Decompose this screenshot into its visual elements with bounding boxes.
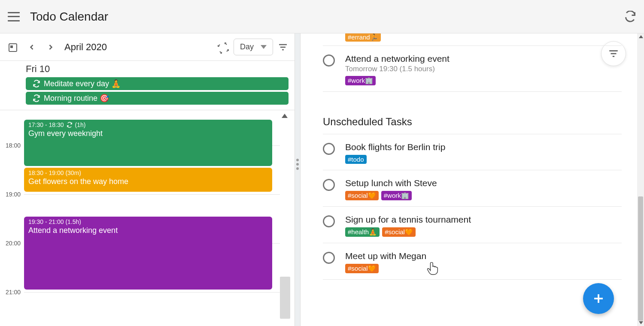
- scroll-up-icon[interactable]: [282, 114, 288, 118]
- event-title: Morning routine 🎯: [44, 94, 109, 103]
- event-title: Gym every weeknight: [28, 129, 268, 138]
- content: April 2020 Day Fri 10: [0, 33, 644, 326]
- task-tags: #errand🏃: [345, 33, 622, 41]
- task-title: Sign up for a tennis tournament: [345, 214, 622, 225]
- menu-icon[interactable]: [8, 11, 20, 23]
- task-item[interactable]: Attend a networking eventTomorrow 19:30 …: [323, 46, 622, 92]
- time-label: 18:00: [6, 142, 21, 149]
- month-label: April 2020: [64, 42, 107, 53]
- calendar-picker-icon[interactable]: [5, 39, 21, 55]
- task-checkbox[interactable]: [323, 54, 335, 66]
- task-item[interactable]: Meet up with Megan#social🧡: [323, 243, 622, 280]
- pane-splitter[interactable]: [295, 33, 301, 326]
- task-tag[interactable]: #todo: [345, 155, 367, 164]
- task-checkbox[interactable]: [323, 143, 335, 155]
- recurring-icon: [67, 122, 73, 128]
- event-title: Attend a networking event: [28, 226, 268, 235]
- task-subtitle: Tomorrow 19:30 (1.5 hours): [345, 65, 622, 73]
- time-label: 19:00: [6, 191, 21, 198]
- task-tag[interactable]: #social🧡: [345, 191, 379, 200]
- calendar-pane: April 2020 Day Fri 10: [0, 33, 295, 326]
- calendar-filter-icon[interactable]: [276, 41, 289, 54]
- svg-rect-1: [10, 45, 13, 48]
- task-item[interactable]: Setup lunch with Steve#social🧡#work🏢: [323, 170, 622, 207]
- task-tag[interactable]: #work🏢: [381, 191, 412, 200]
- task-title: Book flights for Berlin trip: [345, 142, 622, 152]
- task-tag[interactable]: #work🏢: [345, 76, 376, 85]
- task-tags: #todo: [345, 155, 622, 164]
- day-header: Fri 10 Meditate every day 🧘Morning routi…: [0, 61, 295, 110]
- drag-handle-icon: [296, 159, 299, 170]
- recurring-icon: [33, 94, 40, 102]
- task-item[interactable]: Sign up for a tennis tournament#health🧘#…: [323, 207, 622, 243]
- event-time: 19:30 - 21:00 (1.5h): [28, 218, 268, 225]
- task-tag[interactable]: #errand🏃: [345, 33, 381, 42]
- prev-button[interactable]: [24, 39, 39, 55]
- calendar-event[interactable]: 18:30 - 19:00 (30m) Get flowers on the w…: [24, 168, 272, 192]
- task-item[interactable]: Book flights for Berlin trip#todo: [323, 134, 622, 170]
- app-title: Todo Calendar: [30, 10, 108, 24]
- task-title: Meet up with Megan: [345, 251, 622, 261]
- task-tag[interactable]: #social🧡: [345, 264, 379, 273]
- calendar-timegrid[interactable]: 18:0019:0020:0021:00 17:30 - 18:30 (1h)G…: [0, 110, 295, 326]
- task-checkbox[interactable]: [323, 252, 335, 264]
- next-button[interactable]: [43, 39, 58, 55]
- tasks-pane: #errand🏃 Attend a networking eventTomorr…: [301, 33, 644, 326]
- scrollbar-thumb[interactable]: [280, 277, 290, 319]
- chevron-down-icon: [261, 42, 267, 51]
- calendar-event[interactable]: 19:30 - 21:00 (1.5h) Attend a networking…: [24, 217, 272, 290]
- add-task-button[interactable]: [583, 283, 614, 314]
- task-tag[interactable]: #social🧡: [382, 227, 416, 237]
- task-tags: #health🧘#social🧡: [345, 227, 622, 237]
- calendar-toolbar: April 2020 Day: [0, 33, 295, 61]
- day-label: Fri 10: [26, 63, 289, 75]
- task-title: Attend a networking event: [345, 54, 622, 64]
- view-mode-select[interactable]: Day: [234, 39, 273, 55]
- event-title: Meditate every day 🧘: [44, 79, 121, 88]
- time-label: 20:00: [6, 240, 21, 247]
- allday-event[interactable]: Morning routine 🎯: [26, 92, 289, 105]
- calendar-event[interactable]: 17:30 - 18:30 (1h)Gym every weeknight: [24, 120, 272, 166]
- view-mode-label: Day: [240, 42, 254, 51]
- allday-event[interactable]: Meditate every day 🧘: [26, 77, 289, 90]
- grid-area: 17:30 - 18:30 (1h)Gym every weeknight18:…: [24, 110, 280, 326]
- task-checkbox[interactable]: [323, 215, 335, 227]
- refresh-icon[interactable]: [624, 11, 636, 23]
- section-title-unscheduled: Unscheduled Tasks: [323, 109, 622, 134]
- task-tag[interactable]: #health🧘: [345, 227, 380, 237]
- expand-icon[interactable]: [215, 39, 230, 55]
- time-axis: 18:0019:0020:0021:00: [0, 110, 22, 326]
- event-time: 17:30 - 18:30 (1h): [28, 121, 268, 128]
- task-title: Setup lunch with Steve: [345, 178, 622, 188]
- event-time: 18:30 - 19:00 (30m): [28, 169, 268, 176]
- svg-marker-2: [261, 45, 267, 49]
- task-tags: #work🏢: [345, 76, 622, 85]
- task-tags: #social🧡#work🏢: [345, 191, 622, 200]
- task-checkbox[interactable]: [323, 179, 335, 191]
- task-tags: #social🧡: [345, 264, 622, 273]
- time-label: 21:00: [6, 289, 21, 296]
- app-header: Todo Calendar: [0, 0, 644, 33]
- event-title: Get flowers on the way home: [28, 177, 268, 186]
- recurring-icon: [33, 80, 40, 88]
